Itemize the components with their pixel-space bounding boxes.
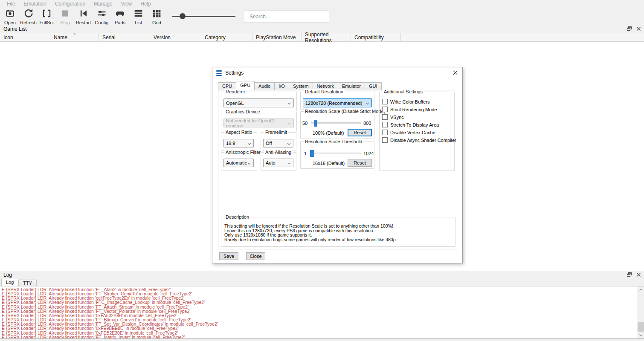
game-list-close-button[interactable] xyxy=(635,26,641,32)
config-icon xyxy=(97,8,107,20)
checkbox-strict-rendering-mode[interactable]: Strict Rendering Mode xyxy=(382,107,437,112)
column-version-label: Version xyxy=(154,35,171,40)
menu-configuration[interactable]: Configuration xyxy=(51,0,90,7)
save-button[interactable]: Save xyxy=(219,252,238,260)
scrollbar-thumb[interactable] xyxy=(638,322,644,332)
chevron-down-icon xyxy=(366,101,369,104)
pads-button[interactable]: Pads xyxy=(111,8,129,25)
column-playstation-move[interactable]: PlayStation Move xyxy=(252,33,302,42)
threshold-slider[interactable] xyxy=(310,150,361,157)
close-button[interactable]: Close xyxy=(246,252,265,260)
threshold-current: 16x16 (Default) xyxy=(313,161,345,166)
fullscreen-button[interactable]: FullScr xyxy=(38,8,56,25)
restart-button[interactable]: Restart xyxy=(74,8,93,25)
graphics-device-group-label: Graphics Device xyxy=(224,109,261,114)
search-input[interactable] xyxy=(244,10,329,23)
column-name[interactable]: Name xyxy=(50,33,99,42)
menu-bar: File Emulation Configuration Manage View… xyxy=(0,0,644,8)
log-entry: E {SPRX Loader} LDR: Already linked func… xyxy=(2,335,637,338)
column-serial[interactable]: Serial xyxy=(99,33,150,42)
anisotropic-filter-group-label: Anisotropic Filter xyxy=(224,150,262,155)
checkbox-label: Write Color Buffers xyxy=(390,99,430,104)
chevron-down-icon xyxy=(287,162,290,165)
checkbox-write-color-buffers[interactable]: Write Color Buffers xyxy=(382,99,430,104)
checkbox-disable-async-shader-compiler[interactable]: Disable Async Shader Compiler xyxy=(382,137,456,143)
column-icon[interactable]: Icon xyxy=(0,33,50,42)
chevron-up-icon xyxy=(639,289,642,292)
rpcs3-logo-icon xyxy=(216,70,222,76)
framelimit-value: Off xyxy=(266,141,272,146)
tab-io[interactable]: I/O xyxy=(275,82,289,90)
resolution-scale-reset-button[interactable]: Reset xyxy=(348,129,372,136)
renderer-select[interactable]: OpenGL xyxy=(223,98,294,107)
reset-label: Reset xyxy=(354,130,366,135)
anti-aliasing-select[interactable]: Auto xyxy=(263,159,293,167)
checkbox-label: Stretch To Display Area xyxy=(390,122,439,127)
float-icon xyxy=(627,25,632,33)
checkbox-box[interactable] xyxy=(382,99,388,104)
menu-view[interactable]: View xyxy=(116,0,136,7)
save-label: Save xyxy=(223,254,234,259)
column-category[interactable]: Category xyxy=(201,33,252,42)
open-button[interactable]: Open xyxy=(1,8,19,25)
column-version[interactable]: Version xyxy=(150,33,201,42)
resolution-scale-slider-handle[interactable] xyxy=(314,120,317,127)
default-resolution-value: 1280x720 (Recommended) xyxy=(305,101,362,106)
log-close-button[interactable] xyxy=(635,272,641,278)
checkbox-label: Strict Rendering Mode xyxy=(390,107,437,112)
game-list-float-button[interactable] xyxy=(626,26,632,32)
checkbox-disable-vertex-cache[interactable]: Disable Vertex Cache xyxy=(382,130,435,135)
default-resolution-select[interactable]: 1280x720 (Recommended) xyxy=(303,98,372,107)
refresh-button[interactable]: Refresh xyxy=(19,8,38,25)
checkbox-stretch-to-display-area[interactable]: Stretch To Display Area xyxy=(382,122,439,127)
config-button[interactable]: Config xyxy=(93,8,111,25)
description-line: Rarely due to emulation bugs some games … xyxy=(224,237,397,242)
anisotropic-filter-select[interactable]: Automatic xyxy=(223,159,254,167)
framelimit-select[interactable]: Off xyxy=(263,139,293,147)
aspect-ratio-value: 16:9 xyxy=(226,141,235,146)
menu-emulation[interactable]: Emulation xyxy=(19,0,50,7)
log-scrollbar[interactable] xyxy=(637,286,644,338)
log-panel-header: Log xyxy=(0,271,644,279)
description-line: Only use 1920x1080 if the game supports … xyxy=(224,233,397,237)
threshold-reset-button[interactable]: Reset xyxy=(348,159,372,167)
tab-log[interactable]: Log xyxy=(1,279,18,286)
checkbox-vsync[interactable]: VSync xyxy=(382,114,404,120)
resolution-scale-slider[interactable] xyxy=(311,120,361,127)
icon-size-slider-handle[interactable] xyxy=(180,13,186,19)
description-line: This setting will be ignored if the Reso… xyxy=(224,224,397,228)
stop-button: Stop xyxy=(56,8,74,25)
checkbox-box[interactable] xyxy=(382,130,388,135)
settings-dialog: Settings CPU GPU Audio I/O System Networ… xyxy=(212,67,463,263)
settings-dialog-titlebar[interactable]: Settings xyxy=(212,67,462,78)
tab-gpu[interactable]: GPU xyxy=(236,81,255,90)
checkbox-box[interactable] xyxy=(382,114,388,120)
column-compatibility[interactable]: Compatibility xyxy=(351,33,401,42)
checkbox-box[interactable] xyxy=(382,107,388,112)
threshold-slider-handle[interactable] xyxy=(310,150,314,157)
menu-manage[interactable]: Manage xyxy=(90,0,116,7)
open-icon xyxy=(5,8,15,20)
graphics-device-value: Not needed for OpenGL renderer xyxy=(226,118,293,128)
refresh-icon xyxy=(23,8,33,20)
list-view-button[interactable]: List xyxy=(129,8,148,25)
checkbox-box[interactable] xyxy=(382,137,388,143)
menu-file[interactable]: File xyxy=(3,0,19,7)
settings-dialog-close-button[interactable] xyxy=(450,69,460,77)
checkbox-box[interactable] xyxy=(382,122,388,127)
menu-help[interactable]: Help xyxy=(136,0,155,7)
game-list-panel-title: Game List xyxy=(0,26,27,32)
scroll-up-button[interactable] xyxy=(637,286,644,293)
anisotropic-filter-value: Automatic xyxy=(226,160,247,165)
pads-icon xyxy=(115,8,125,20)
scroll-down-button[interactable] xyxy=(637,332,644,338)
tab-gui[interactable]: GUI xyxy=(365,82,382,90)
tab-tty[interactable]: TTY xyxy=(18,280,37,286)
column-supported-resolutions[interactable]: Supported Resolutions xyxy=(302,33,351,42)
tab-audio[interactable]: Audio xyxy=(255,82,275,90)
grid-view-button[interactable]: Grid xyxy=(148,8,166,25)
log-float-button[interactable] xyxy=(626,272,632,278)
icon-size-slider[interactable] xyxy=(172,13,235,20)
aspect-ratio-select[interactable]: 16:9 xyxy=(223,139,254,147)
anti-aliasing-group-label: Anti-Aliasing xyxy=(264,150,293,155)
